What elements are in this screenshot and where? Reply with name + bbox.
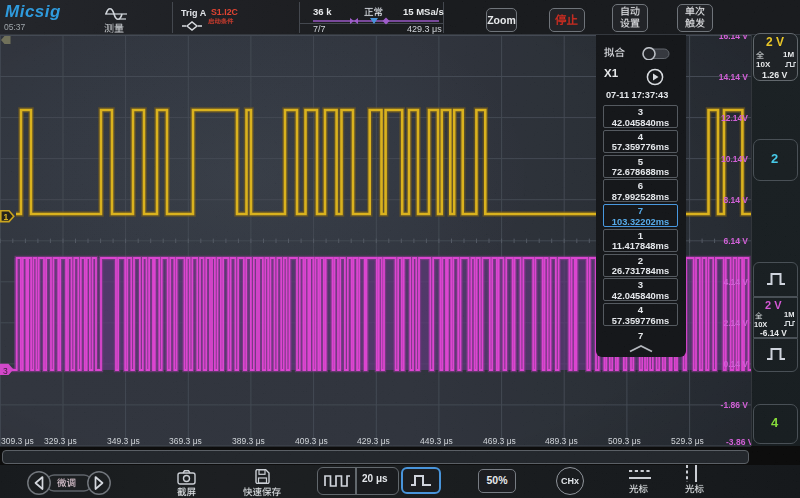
svg-text:3: 3	[3, 366, 8, 376]
svg-text:1: 1	[4, 212, 9, 222]
